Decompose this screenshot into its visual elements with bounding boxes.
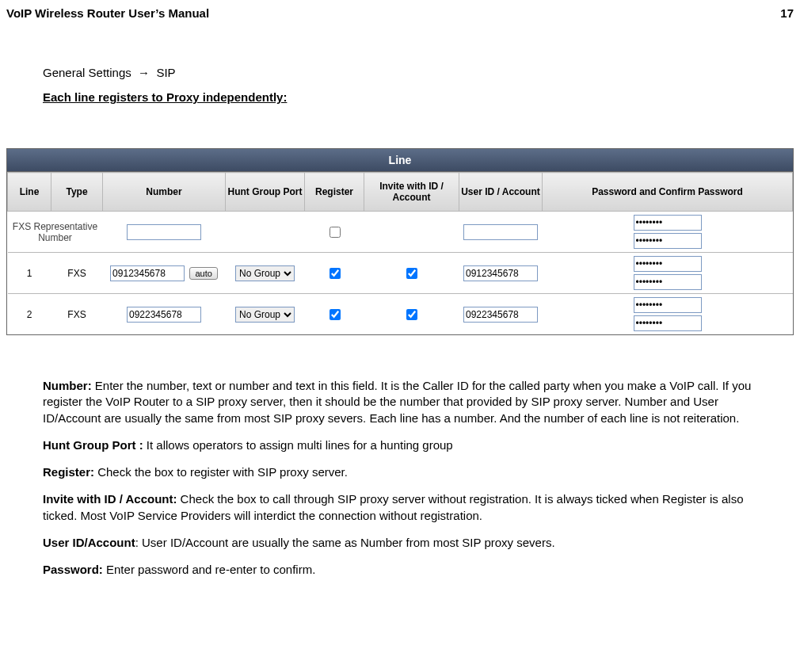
col-userid: User ID / Account [459, 173, 543, 212]
rep-userid-input[interactable] [463, 224, 538, 240]
col-password: Password and Confirm Password [543, 173, 793, 212]
page-number: 17 [780, 6, 794, 20]
desc-reg-label: Register: [43, 465, 94, 479]
rep-confirm-password-input[interactable] [634, 233, 702, 249]
col-line: Line [8, 173, 51, 212]
r1-line: 1 [8, 253, 51, 294]
desc-hg-label: Hunt Group Port : [43, 438, 143, 452]
desc-number-label: Number: [43, 379, 92, 392]
desc-userid-label: User ID/Account [43, 536, 135, 549]
desc-pw-text: Enter password and re-enter to confirm. [103, 563, 315, 576]
breadcrumb-settings: General Settings [43, 66, 131, 79]
r1-password-input[interactable] [634, 256, 702, 272]
r2-line: 2 [8, 294, 51, 335]
desc-huntgroup: Hunt Group Port : It allows operators to… [43, 437, 770, 453]
r1-invite-checkbox[interactable] [406, 268, 417, 279]
breadcrumb-sip: SIP [156, 66, 175, 79]
r2-type: FXS [51, 294, 103, 335]
desc-number: Number: Enter the number, text or number… [43, 378, 770, 426]
desc-userid-text: : User ID/Account are usually the same a… [135, 536, 555, 549]
desc-password: Password: Enter password and re-enter to… [43, 562, 770, 578]
r2-number-input[interactable] [127, 307, 201, 323]
desc-invite: Invite with ID / Account: Check the box … [43, 491, 770, 524]
r2-password-input[interactable] [634, 297, 702, 313]
desc-number-text: Enter the number, text or number and tex… [43, 379, 751, 425]
rep-password-input[interactable] [634, 215, 702, 231]
desc-hg-text: It allows operators to assign multi line… [143, 438, 453, 452]
table-row-2: 2 FXS No Group [8, 294, 793, 335]
r2-confirm-password-input[interactable] [634, 315, 702, 331]
doc-title: VoIP Wireless Router User’s Manual [6, 6, 209, 20]
r2-invite-checkbox[interactable] [406, 309, 417, 320]
r2-huntgroup-select[interactable]: No Group [235, 307, 295, 323]
r1-huntgroup-select[interactable]: No Group [235, 265, 295, 281]
rep-label: FXS Representative Number [8, 212, 103, 253]
breadcrumb: General Settings → SIP [43, 66, 770, 79]
desc-invite-label: Invite with ID / Account: [43, 492, 177, 506]
r2-userid-input[interactable] [463, 307, 538, 323]
r1-register-checkbox[interactable] [330, 268, 341, 279]
col-register: Register [305, 173, 364, 212]
col-number: Number [103, 173, 226, 212]
table-row-1: 1 FXS auto No Group [8, 253, 793, 294]
sub-heading: Each line registers to Proxy independent… [43, 90, 770, 104]
desc-register: Register: Check the box to register with… [43, 464, 770, 480]
breadcrumb-arrow: → [138, 66, 150, 79]
line-panel: Line Line Type Number Hunt Group Port Re… [6, 148, 794, 335]
r1-userid-input[interactable] [463, 265, 538, 281]
desc-pw-label: Password: [43, 563, 103, 576]
rep-register-checkbox[interactable] [330, 227, 341, 238]
r1-type: FXS [51, 253, 103, 294]
col-huntgroup: Hunt Group Port [226, 173, 305, 212]
table-row-rep: FXS Representative Number [8, 212, 793, 253]
r2-register-checkbox[interactable] [330, 309, 341, 320]
line-panel-title: Line [7, 149, 793, 172]
auto-button[interactable]: auto [189, 267, 217, 280]
r1-number-input[interactable] [110, 265, 185, 281]
col-invite: Invite with ID / Account [364, 173, 459, 212]
rep-number-input[interactable] [127, 224, 201, 240]
col-type: Type [51, 173, 103, 212]
desc-userid: User ID/Account: User ID/Account are usu… [43, 535, 770, 551]
r1-confirm-password-input[interactable] [634, 274, 702, 290]
desc-reg-text: Check the box to register with SIP proxy… [94, 465, 348, 479]
